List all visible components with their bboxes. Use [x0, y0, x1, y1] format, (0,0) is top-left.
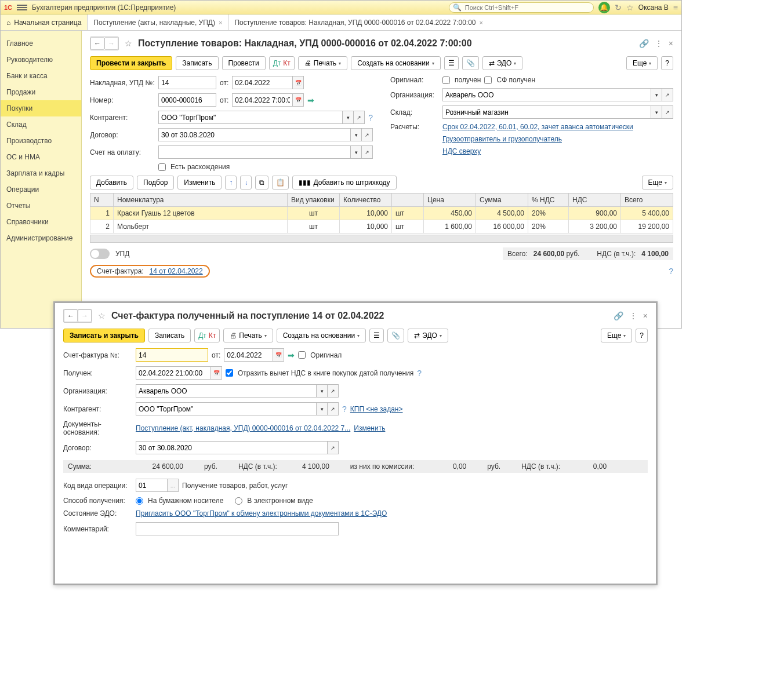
user-name[interactable]: Оксана В	[638, 3, 669, 12]
sidebar-item-assets[interactable]: ОС и НМА	[1, 149, 81, 165]
arrow-icon[interactable]: ➡	[288, 351, 295, 360]
ellipsis-icon[interactable]: …	[168, 479, 179, 492]
open-icon[interactable]: ↗	[328, 384, 339, 398]
write-button[interactable]: Записать	[176, 56, 218, 70]
sidebar-item-main[interactable]: Главное	[1, 35, 81, 52]
print-button[interactable]: 🖨Печать▾	[298, 56, 347, 70]
sf-date-input[interactable]	[224, 348, 273, 362]
dogovor-input[interactable]	[136, 441, 328, 454]
help-icon[interactable]: ?	[669, 267, 673, 276]
open-icon[interactable]: ↗	[328, 441, 339, 454]
sidebar-item-bank[interactable]: Банк и касса	[1, 68, 81, 84]
search-input[interactable]	[464, 3, 590, 12]
link-icon[interactable]: 🔗	[639, 39, 649, 48]
create-based-button[interactable]: Создать на основании▾	[351, 56, 441, 70]
star-icon[interactable]: ☆	[98, 311, 106, 320]
sidebar-item-ref[interactable]: Справочники	[1, 214, 81, 230]
write-button[interactable]: Записать	[148, 329, 191, 342]
dropdown-icon[interactable]: ▾	[651, 88, 662, 101]
edo-invite-link[interactable]: Пригласить ООО "ТоргПром" к обмену элект…	[136, 509, 648, 517]
electronic-radio[interactable]: В электронном виде	[235, 497, 313, 505]
number-date-input[interactable]	[232, 93, 293, 107]
table-row[interactable]: 1 Краски Гуашь 12 цветов шт 10,000 шт 45…	[90, 207, 673, 220]
basis-link[interactable]: Поступление (акт, накладная, УПД) 0000-0…	[136, 424, 350, 432]
move-up-button[interactable]: ↑	[225, 176, 237, 189]
dropdown-icon[interactable]: ▾	[351, 145, 362, 159]
upd-toggle[interactable]	[90, 249, 110, 259]
search-box[interactable]: 🔍	[449, 2, 594, 13]
tab-home[interactable]: ⌂ Начальная страница	[1, 14, 87, 30]
more-button[interactable]: Еще▾	[626, 56, 658, 70]
attach-button[interactable]: 📎	[462, 56, 479, 70]
structure-button[interactable]: ☰	[444, 56, 459, 70]
history-icon[interactable]: ↻	[615, 3, 622, 12]
col-price[interactable]: Цена	[424, 194, 476, 207]
col-pack[interactable]: Вид упаковки	[288, 194, 340, 207]
print-button[interactable]: 🖨Печать▾	[223, 329, 273, 342]
col-sum[interactable]: Сумма	[476, 194, 528, 207]
sf-link[interactable]: 14 от 02.04.2022	[150, 267, 203, 275]
tab-receipts-list[interactable]: Поступление (акты, накладные, УПД) ×	[87, 14, 228, 30]
payments-link[interactable]: Срок 02.04.2022, 60.01, 60.02, зачет ава…	[442, 123, 673, 131]
edit-row-button[interactable]: Изменить	[177, 176, 222, 189]
dropdown-icon[interactable]: ▾	[317, 402, 328, 415]
structure-button[interactable]: ☰	[369, 329, 384, 342]
bell-icon[interactable]: 🔔	[598, 2, 610, 13]
kpp-link[interactable]: КПП <не задан>	[350, 405, 403, 413]
help-button[interactable]: ?	[636, 329, 648, 342]
tab-receipt-doc[interactable]: Поступление товаров: Накладная, УПД 0000…	[228, 14, 489, 30]
dropdown-icon[interactable]: ▾	[351, 128, 362, 141]
add-row-button[interactable]: Добавить	[90, 176, 133, 189]
barcode-button[interactable]: ▮▮▮Добавить по штрихкоду	[292, 176, 396, 189]
sf-no-input[interactable]	[136, 348, 208, 362]
calendar-icon[interactable]: 📅	[293, 76, 304, 89]
edo-button[interactable]: ⇄ЭДО▾	[408, 329, 448, 342]
star-icon[interactable]: ☆	[125, 39, 132, 48]
nakl-no-input[interactable]	[158, 76, 216, 89]
dtkt-button[interactable]: ДтКт	[269, 56, 295, 70]
arrow-icon[interactable]: ➡	[307, 96, 314, 105]
sidebar-item-reports[interactable]: Отчеты	[1, 198, 81, 214]
calendar-icon[interactable]: 📅	[273, 348, 284, 362]
move-down-button[interactable]: ↓	[240, 176, 252, 189]
sklad-input[interactable]	[442, 105, 651, 119]
kebab-icon[interactable]: ⋮	[629, 311, 637, 320]
open-icon[interactable]: ↗	[662, 88, 673, 101]
shipper-link[interactable]: Грузоотправитель и грузополучатель	[442, 135, 673, 143]
col-name[interactable]: Номенклатура	[114, 194, 288, 207]
close-icon[interactable]: ×	[219, 19, 222, 26]
dogovor-input[interactable]	[158, 128, 351, 141]
back-button[interactable]: ←	[90, 37, 104, 50]
sidebar-item-manager[interactable]: Руководителю	[1, 52, 81, 68]
received-date-input[interactable]	[136, 366, 211, 380]
link-icon[interactable]: 🔗	[614, 311, 623, 320]
close-icon[interactable]: ×	[669, 39, 673, 48]
star-icon[interactable]: ☆	[626, 3, 634, 12]
table-more-button[interactable]: Еще▾	[642, 176, 673, 189]
save-and-close-button[interactable]: Записать и закрыть	[63, 329, 145, 342]
number-input[interactable]	[158, 93, 216, 107]
nakl-date-input[interactable]	[232, 76, 293, 89]
org-input[interactable]	[442, 88, 651, 101]
more-button[interactable]: Еще▾	[601, 329, 632, 342]
invoice-input[interactable]	[158, 145, 351, 159]
contragent-input[interactable]	[136, 402, 317, 415]
open-icon[interactable]: ↗	[362, 128, 373, 141]
paper-radio[interactable]: На бумажном носителе	[136, 497, 223, 505]
table-row[interactable]: 2 Мольберт шт 10,000 шт 1 600,00 16 000,…	[90, 220, 673, 234]
sidebar-item-sales[interactable]: Продажи	[1, 84, 81, 100]
back-button[interactable]: ←	[64, 309, 78, 322]
dropdown-icon[interactable]: ▾	[317, 384, 328, 398]
change-link[interactable]: Изменить	[354, 424, 385, 432]
select-button[interactable]: Подбор	[137, 176, 174, 189]
col-vat[interactable]: НДС	[569, 194, 621, 207]
vat-link[interactable]: НДС сверху	[442, 147, 673, 155]
menu-icon[interactable]	[17, 3, 27, 12]
help-icon[interactable]: ?	[368, 113, 373, 122]
dtkt-button[interactable]: ДтКт	[194, 329, 220, 342]
edo-button[interactable]: ⇄ЭДО▾	[482, 56, 523, 70]
calendar-icon[interactable]: 📅	[293, 93, 304, 107]
close-icon[interactable]: ×	[643, 311, 648, 320]
org-input[interactable]	[136, 384, 317, 398]
create-based-button[interactable]: Создать на основании▾	[277, 329, 366, 342]
